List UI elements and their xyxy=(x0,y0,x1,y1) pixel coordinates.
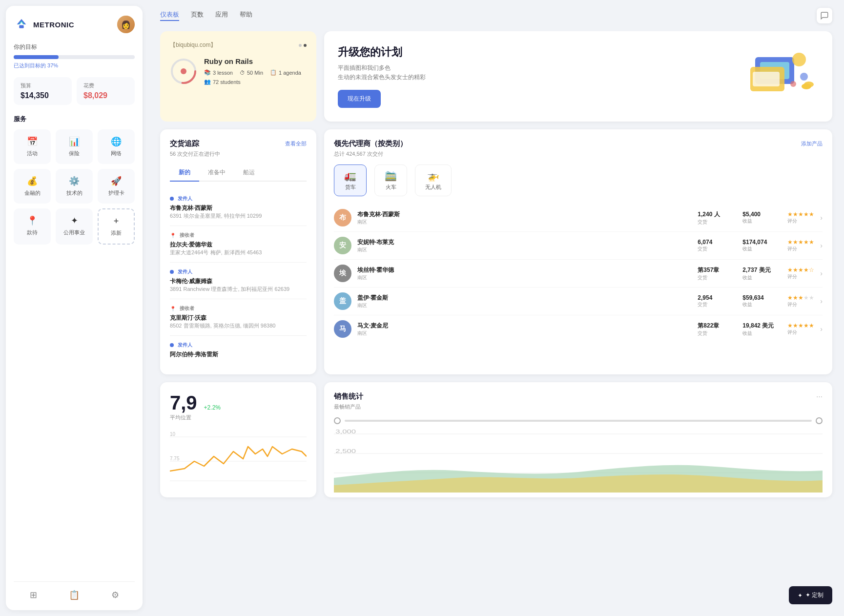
tab-new[interactable]: 新的 xyxy=(170,164,199,182)
customize-button[interactable]: ✦ ✦ 定制 xyxy=(789,586,832,604)
avg-position-card: 7,9 +2.2% 平均位置 10 7.75 xyxy=(160,382,316,497)
mini-chart: 10 7.75 xyxy=(170,427,307,486)
nav-right xyxy=(817,8,832,23)
agent-stat-2: 第357章 交货 xyxy=(698,266,737,281)
upgrade-button[interactable]: 现在升级 xyxy=(338,90,381,108)
agent-arrow-3[interactable]: › xyxy=(820,297,823,305)
agent-region-2: 南区 xyxy=(357,274,692,281)
stat-val-0: 1,240 人 xyxy=(698,210,737,219)
agent-name-1: 安妮特·布莱克 xyxy=(357,238,692,246)
agent-arrow-1[interactable]: › xyxy=(820,242,823,249)
sender-name-1: 卡梅伦·威廉姆森 xyxy=(170,277,307,286)
svg-text:7.75: 7.75 xyxy=(170,456,180,461)
chat-icon[interactable] xyxy=(817,8,832,23)
main-content: 仪表板 页数 应用 帮助 【biqubiqu.com】 xyxy=(148,0,844,616)
drone-icon: 🚁 xyxy=(427,170,439,182)
rating-label-0: 评分 xyxy=(787,218,814,225)
receiver-pin-icon: 📍 xyxy=(170,233,176,238)
rev-label-3: 收益 xyxy=(742,301,782,308)
agent-revenue-1: $174,074 收益 xyxy=(742,239,782,252)
service-item-utilities[interactable]: ✦ 公用事业 xyxy=(56,208,93,245)
view-all-link[interactable]: 查看全部 xyxy=(285,140,307,147)
avatar: 👩 xyxy=(117,16,135,33)
meta-students: 👥 72 students xyxy=(204,79,241,85)
agent-rating-1: ★★★★★ 评分 xyxy=(787,239,814,252)
sender-circle-icon-3 xyxy=(170,343,174,347)
service-icon-hospitality: 📍 xyxy=(27,215,38,226)
dot-1 xyxy=(299,44,302,47)
rating-label-4: 评分 xyxy=(787,329,814,336)
slider-left-handle[interactable] xyxy=(334,417,341,424)
service-item-finance[interactable]: 💰 金融的 xyxy=(14,169,51,204)
service-icon-activity: 📅 xyxy=(27,136,38,147)
agent-avatar-4: 马 xyxy=(334,320,351,338)
service-item-insurance[interactable]: 📊 保险 xyxy=(56,129,93,164)
slider-right-handle[interactable] xyxy=(816,417,823,424)
service-item-activity[interactable]: 📅 活动 xyxy=(14,129,51,164)
expense-label: 花费 xyxy=(83,82,128,89)
service-item-carecard[interactable]: 🚀 护理卡 xyxy=(98,169,135,204)
delivery-item-4: 发件人 阿尔伯特·弗洛雷斯 xyxy=(170,336,307,365)
add-product-button[interactable]: 添加产品 xyxy=(801,140,823,147)
sender-name-0: 布鲁克林·西蒙斯 xyxy=(170,204,307,212)
course-meta: 📚 3 lesson ⏱ 50 Min 📋 1 agenda xyxy=(204,69,307,85)
layers-icon[interactable]: ⊞ xyxy=(30,590,37,600)
sales-card: 销售统计 ⋯ 最畅销产品 3,000 2,500 xyxy=(324,382,832,497)
sidebar-footer: ⊞ 📋 ⚙ xyxy=(14,581,135,600)
service-label-tech: 技术的 xyxy=(66,189,82,197)
category-tabs: 🚛 货车 🚞 火车 🚁 无人机 xyxy=(334,164,823,196)
logo-text: METRONIC xyxy=(33,21,74,29)
sender-name-2: 阿尔伯特·弗洛雷斯 xyxy=(170,350,307,359)
rev-label-4: 收益 xyxy=(742,330,782,337)
receiver-addr-0: 里家大道2464号 梅萨, 新泽西州 45463 xyxy=(170,249,307,256)
course-card: 【biqubiqu.com】 Rub xyxy=(160,31,316,122)
sales-menu-dots[interactable]: ⋯ xyxy=(816,393,823,400)
agent-rating-2: ★★★★☆ 评分 xyxy=(787,267,814,280)
nav-dashboard[interactable]: 仪表板 xyxy=(160,10,179,21)
nav-apps[interactable]: 应用 xyxy=(215,10,228,21)
delivery-item-1: 📍 接收者 拉尔夫·爱德华兹 里家大道2464号 梅萨, 新泽西州 45463 xyxy=(170,226,307,263)
tab-preparing[interactable]: 准备中 xyxy=(199,164,234,181)
avg-label: 平均位置 xyxy=(170,414,307,421)
nav-help[interactable]: 帮助 xyxy=(240,10,252,21)
service-item-network[interactable]: 🌐 网络 xyxy=(98,129,135,164)
upgrade-desc: 平面插图和我们多色 生动的未混合紫色头发女士的精彩 xyxy=(338,63,426,82)
service-item-hospitality[interactable]: 📍 款待 xyxy=(14,208,51,245)
role-receiver-0: 📍 接收者 xyxy=(170,232,307,239)
agent-rating-3: ★★★★★ 评分 xyxy=(787,294,814,308)
agent-row-0: 布 布鲁克林·西蒙斯 南区 1,240 人 交货 $5,400 收益 xyxy=(334,204,823,232)
svg-point-3 xyxy=(181,68,186,74)
settings-icon[interactable]: ⚙ xyxy=(111,590,119,600)
rev-val-4: 19,842 美元 xyxy=(742,322,782,330)
customize-label: ✦ 定制 xyxy=(805,591,823,599)
agent-arrow-0[interactable]: › xyxy=(820,214,823,222)
agent-avatar-3: 盖 xyxy=(334,292,351,310)
agent-arrow-2[interactable]: › xyxy=(820,269,823,277)
agent-arrow-4[interactable]: › xyxy=(820,325,823,333)
card-icon[interactable]: 📋 xyxy=(69,590,80,600)
train-icon: 🚞 xyxy=(385,170,397,182)
nav-pages[interactable]: 页数 xyxy=(191,10,204,21)
row-2: 交货追踪 查看全部 56 次交付正在进行中 新的 准备中 船运 发件人 布鲁 xyxy=(160,129,832,374)
meta-duration: ⏱ 50 Min xyxy=(240,69,263,76)
tab-shipping[interactable]: 船运 xyxy=(234,164,264,181)
service-grid: 📅 活动 📊 保险 🌐 网络 💰 金融的 ⚙️ 技术的 🚀 护理卡 📍 款待 ✦ xyxy=(14,129,135,245)
stars-4: ★★★★★ xyxy=(787,322,814,329)
agent-stat-3: 2,954 交货 xyxy=(698,294,737,308)
service-item-add[interactable]: + 添新 xyxy=(98,208,135,245)
services-title: 服务 xyxy=(14,115,135,123)
sidebar-header: METRONIC 👩 xyxy=(14,16,135,33)
lessons-value: 3 lesson xyxy=(213,70,233,76)
students-value: 72 students xyxy=(213,79,241,85)
agent-stat-1: 6,074 交货 xyxy=(698,239,737,252)
cat-tab-truck[interactable]: 🚛 货车 xyxy=(334,164,367,196)
meta-agenda: 📋 1 agenda xyxy=(270,69,301,76)
cat-tab-drone[interactable]: 🚁 无人机 xyxy=(415,164,452,196)
service-item-tech[interactable]: ⚙️ 技术的 xyxy=(56,169,93,204)
sales-header: 销售统计 ⋯ xyxy=(334,392,823,401)
content-area: 【biqubiqu.com】 Rub xyxy=(148,31,844,616)
delivery-header: 交货追踪 查看全部 xyxy=(170,139,307,148)
cat-tab-train[interactable]: 🚞 火车 xyxy=(374,164,407,196)
agent-revenue-0: $5,400 收益 xyxy=(742,211,782,225)
agent-name-0: 布鲁克林·西蒙斯 xyxy=(357,210,692,219)
